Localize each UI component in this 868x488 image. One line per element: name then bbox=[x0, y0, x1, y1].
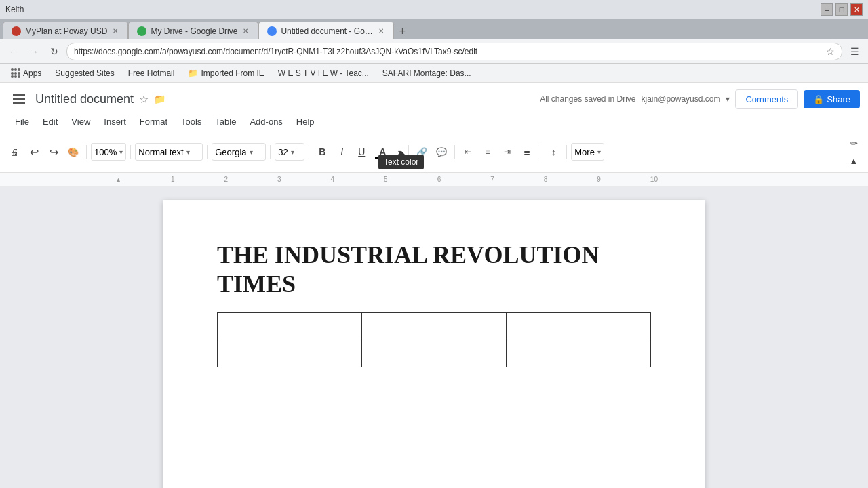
zoom-select[interactable]: 100% ▾ bbox=[91, 143, 126, 161]
editing-mode-button[interactable]: ✏ bbox=[845, 134, 863, 152]
menu-help[interactable]: Help bbox=[290, 114, 321, 129]
docs-folder-icon[interactable]: 📁 bbox=[154, 94, 165, 104]
nav-bar: ← → ↻ https://docs.google.com/a/powayusd… bbox=[0, 39, 868, 64]
bookmark-safari[interactable]: SAFARI Montage: Das... bbox=[377, 67, 477, 79]
ruler-mark-0: ▲ bbox=[115, 176, 121, 183]
line-spacing-button[interactable]: ↕ bbox=[545, 143, 562, 161]
bookmark-imported-label: 📁 bbox=[188, 68, 198, 78]
title-bar-user: Keith bbox=[5, 5, 24, 14]
menu-insert[interactable]: Insert bbox=[97, 114, 133, 129]
menu-table[interactable]: Table bbox=[208, 114, 243, 129]
title-bar-left: Keith bbox=[5, 5, 24, 14]
ruler-mark-9: 9 bbox=[597, 176, 601, 183]
style-value: Normal text bbox=[138, 147, 183, 157]
menu-addons[interactable]: Add-ons bbox=[243, 114, 289, 129]
separator-9 bbox=[566, 145, 567, 159]
underline-button[interactable]: U bbox=[353, 143, 370, 161]
menu-view[interactable]: View bbox=[64, 114, 97, 129]
minimize-button[interactable]: – bbox=[821, 3, 833, 16]
collapse-toolbar-button[interactable]: ▲ bbox=[845, 152, 863, 169]
maximize-button[interactable]: □ bbox=[835, 3, 848, 16]
tab-drive[interactable]: My Drive - Google Drive ✕ bbox=[128, 22, 258, 39]
bookmark-star-icon[interactable]: ☆ bbox=[826, 46, 835, 57]
ruler-container: ▲ 1 2 3 4 5 6 7 8 9 10 bbox=[115, 176, 658, 183]
fontsize-select[interactable]: 32 ▾ bbox=[275, 143, 304, 161]
tab-myplan[interactable]: MyPlan at Poway USD ✕ bbox=[3, 22, 128, 39]
bookmark-hotmail[interactable]: Free Hotmail bbox=[123, 67, 180, 79]
menu-format[interactable]: Format bbox=[133, 114, 174, 129]
tab-close-drive[interactable]: ✕ bbox=[241, 27, 250, 35]
forward-button[interactable]: → bbox=[26, 43, 42, 60]
tab-close-gdoc[interactable]: ✕ bbox=[377, 27, 385, 35]
print-button[interactable]: 🖨 bbox=[5, 143, 23, 161]
undo-button[interactable]: ↩ bbox=[25, 143, 43, 161]
close-button[interactable]: ✕ bbox=[850, 3, 863, 16]
bookmark-imported[interactable]: 📁 Imported From IE bbox=[182, 67, 269, 79]
reload-button[interactable]: ↻ bbox=[46, 43, 62, 60]
align-justify-button[interactable]: ≣ bbox=[518, 143, 536, 161]
svg-rect-2 bbox=[13, 102, 25, 104]
bookmark-imported-text: Imported From IE bbox=[201, 68, 264, 78]
table-cell-1-1[interactable] bbox=[218, 313, 362, 340]
tab-label-gdoc: Untitled document - Google ... bbox=[281, 26, 373, 36]
docs-user-dropdown-icon[interactable]: ▾ bbox=[726, 94, 730, 104]
document-headline[interactable]: THE INDUSTRIAL REVOLUTION TIMES bbox=[217, 241, 651, 299]
separator-3 bbox=[207, 145, 208, 159]
document-area[interactable]: THE INDUSTRIAL REVOLUTION TIMES bbox=[0, 186, 868, 488]
italic-button[interactable]: I bbox=[333, 143, 351, 161]
extensions-icon[interactable]: ☰ bbox=[846, 43, 863, 60]
zoom-arrow-icon: ▾ bbox=[119, 148, 123, 156]
bookmark-westview[interactable]: W E S T V I E W - Teac... bbox=[273, 67, 374, 79]
tab-gdoc[interactable]: Untitled document - Google ... ✕ bbox=[258, 22, 394, 39]
separator-2 bbox=[130, 145, 131, 159]
ruler-mark-10: 10 bbox=[650, 176, 658, 183]
tab-close-myplan[interactable]: ✕ bbox=[111, 27, 119, 35]
docs-document-title[interactable]: Untitled document bbox=[35, 92, 134, 106]
table-cell-2-1[interactable] bbox=[218, 340, 362, 367]
docs-menu-bar: File Edit View Insert Format Tools Table… bbox=[8, 113, 860, 131]
document-table[interactable] bbox=[217, 312, 651, 367]
back-button[interactable]: ← bbox=[5, 43, 22, 60]
align-left-button[interactable]: ⇤ bbox=[459, 143, 477, 161]
style-select[interactable]: Normal text ▾ bbox=[135, 143, 203, 161]
font-select[interactable]: Georgia ▾ bbox=[212, 143, 266, 161]
menu-tools[interactable]: Tools bbox=[174, 114, 208, 129]
ruler-mark-6: 6 bbox=[437, 176, 441, 183]
docs-user-email: kjain@powayusd.com bbox=[642, 94, 721, 104]
bookmark-suggested[interactable]: Suggested Sites bbox=[50, 67, 119, 79]
tab-label-drive: My Drive - Google Drive bbox=[151, 26, 237, 36]
ruler-mark-3: 3 bbox=[277, 176, 281, 183]
table-cell-1-2[interactable] bbox=[362, 313, 507, 340]
docs-app: Untitled document ☆ 📁 All changes saved … bbox=[0, 83, 868, 488]
bold-button[interactable]: B bbox=[313, 143, 331, 161]
toolbar-right-icons: ✏ ▲ bbox=[845, 134, 863, 169]
table-cell-2-3[interactable] bbox=[507, 340, 651, 367]
docs-share-label: Share bbox=[827, 94, 850, 104]
align-right-button[interactable]: ⇥ bbox=[498, 143, 516, 161]
align-center-button[interactable]: ≡ bbox=[479, 143, 496, 161]
more-select[interactable]: More ▾ bbox=[571, 143, 604, 161]
address-text: https://docs.google.com/a/powayusd.com/d… bbox=[74, 47, 826, 56]
menu-edit[interactable]: Edit bbox=[36, 114, 64, 129]
docs-comments-button[interactable]: Comments bbox=[735, 89, 798, 109]
tab-favicon-gdoc bbox=[267, 26, 277, 36]
bookmark-apps[interactable]: Apps bbox=[5, 67, 47, 79]
docs-share-button[interactable]: 🔒 Share bbox=[804, 90, 860, 108]
menu-file[interactable]: File bbox=[8, 114, 36, 129]
title-bar-controls: – □ ✕ bbox=[821, 3, 863, 16]
docs-toolbar: 🖨 ↩ ↪ 🎨 100% ▾ Normal text ▾ Georgia ▾ 3… bbox=[0, 131, 868, 173]
redo-button[interactable]: ↪ bbox=[45, 143, 62, 161]
table-row-1 bbox=[218, 313, 651, 340]
table-cell-1-3[interactable] bbox=[507, 313, 651, 340]
tab-bar: MyPlan at Poway USD ✕ My Drive - Google … bbox=[0, 19, 868, 39]
paint-format-button[interactable]: 🎨 bbox=[64, 143, 82, 161]
docs-hamburger-icon[interactable] bbox=[8, 88, 30, 110]
docs-star-icon[interactable]: ☆ bbox=[139, 93, 149, 106]
new-tab-button[interactable]: + bbox=[394, 23, 410, 39]
address-bar[interactable]: https://docs.google.com/a/powayusd.com/d… bbox=[66, 43, 842, 60]
comment-button[interactable]: 💬 bbox=[433, 143, 450, 161]
ruler-mark-8: 8 bbox=[544, 176, 548, 183]
document-page[interactable]: THE INDUSTRIAL REVOLUTION TIMES bbox=[163, 200, 705, 488]
table-cell-2-2[interactable] bbox=[362, 340, 507, 367]
svg-rect-1 bbox=[13, 98, 25, 100]
